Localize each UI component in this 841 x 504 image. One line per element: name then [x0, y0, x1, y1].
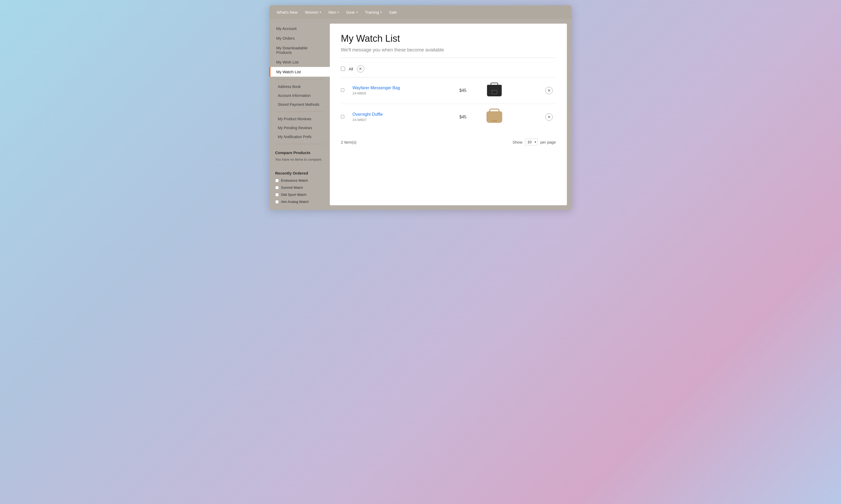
recently-item-0: Endurance Watch: [269, 177, 330, 184]
main-area: My Account My Orders My Downloadable Pro…: [269, 19, 572, 210]
duffle-bag-icon: [486, 111, 502, 123]
per-page-wrapper: 5 10 15 20 25: [525, 139, 538, 145]
browser-window: What's New Women ▾ Men ▾ Gear ▾ Training…: [269, 5, 572, 210]
messenger-bag-icon: [487, 85, 502, 96]
per-page-select[interactable]: 5 10 15 20 25: [525, 139, 538, 145]
nav-item-gear[interactable]: Gear ▾: [346, 10, 357, 15]
recently-ordered-title: Recently Ordered: [269, 167, 330, 177]
sidebar: My Account My Orders My Downloadable Pro…: [269, 19, 330, 210]
sidebar-item-my-account[interactable]: My Account: [269, 24, 330, 33]
nav-item-whats-new[interactable]: What's New: [277, 10, 298, 15]
nav-item-women[interactable]: Women ▾: [305, 10, 321, 15]
nav-item-training[interactable]: Training ▾: [365, 10, 382, 15]
nav-item-men[interactable]: Men ▾: [328, 10, 339, 15]
recently-item-2: Didi Sport Watch: [269, 191, 330, 198]
product-sku-0: 24-MB05: [353, 91, 366, 95]
recently-item-2-checkbox[interactable]: [275, 193, 279, 197]
product-image-0: [486, 82, 503, 99]
pagination-controls: Show 5 10 15 20 25 per page: [513, 139, 556, 145]
recently-ordered-section: Recently Ordered Endurance Watch Summit …: [269, 167, 330, 205]
chevron-down-icon: ▾: [320, 11, 321, 14]
page-subtitle: We'll message you when these become avai…: [341, 47, 556, 58]
product-link-0[interactable]: Wayfarer Messenger Bag: [353, 86, 453, 90]
remove-all-button[interactable]: ✕: [357, 65, 364, 72]
sidebar-item-my-downloadable-products[interactable]: My Downloadable Products: [269, 43, 330, 57]
row-0-checkbox[interactable]: [341, 88, 344, 92]
remove-item-0-button[interactable]: ✕: [545, 87, 553, 94]
product-link-1[interactable]: Overnight Duffle: [353, 112, 453, 117]
select-all-label: All: [349, 67, 353, 71]
content-panel: My Watch List We'll message you when the…: [330, 24, 567, 205]
select-all-checkbox[interactable]: [341, 67, 345, 71]
sidebar-item-my-watch-list[interactable]: My Watch List: [269, 67, 330, 77]
sidebar-item-account-information[interactable]: Account Information: [269, 91, 330, 100]
recently-item-3: Aim Analog Watch: [269, 198, 330, 205]
list-controls: All ✕: [341, 65, 556, 72]
list-footer: 2 Item(s) Show 5 10 15 20 25 per page: [341, 137, 556, 145]
compare-products-section: Compare Products You have no items to co…: [269, 144, 330, 165]
show-label: Show: [513, 140, 522, 144]
page-title: My Watch List: [341, 33, 556, 44]
product-sku-1: 24-WB07: [353, 118, 367, 122]
sidebar-item-address-book[interactable]: Address Book: [269, 82, 330, 91]
sidebar-item-notification-prefs[interactable]: My Notification Prefs: [269, 132, 330, 141]
nav-item-sale[interactable]: Sale: [389, 10, 397, 15]
recently-item-1-checkbox[interactable]: [275, 186, 279, 190]
chevron-down-icon: ▾: [380, 11, 382, 14]
remove-item-1-button[interactable]: ✕: [545, 113, 553, 121]
row-1-checkbox[interactable]: [341, 115, 344, 119]
table-row: Wayfarer Messenger Bag 24-MB05 $45: [341, 77, 556, 104]
recently-item-0-checkbox[interactable]: [275, 179, 279, 182]
compare-products-empty: You have no items to compare.: [269, 157, 330, 165]
sidebar-account-section: Address Book Account Information Stored …: [269, 79, 330, 141]
chevron-down-icon: ▾: [338, 11, 339, 14]
recently-item-1: Summit Watch: [269, 184, 330, 191]
sidebar-item-stored-payment[interactable]: Stored Payment Methods: [269, 100, 330, 109]
items-count: 2 Item(s): [341, 140, 356, 144]
chevron-down-icon: ▾: [356, 11, 358, 14]
sidebar-item-my-wish-list[interactable]: My Wish List: [269, 57, 330, 67]
sidebar-divider-2: [275, 111, 324, 112]
watch-list-table: Wayfarer Messenger Bag 24-MB05 $45: [341, 77, 556, 130]
product-image-1: [486, 109, 503, 125]
sidebar-item-my-orders[interactable]: My Orders: [269, 33, 330, 43]
recently-item-3-checkbox[interactable]: [275, 200, 279, 204]
sidebar-item-pending-reviews[interactable]: My Pending Reviews: [269, 123, 330, 132]
table-row: Overnight Duffle 24-WB07 $45 ✕: [341, 104, 556, 130]
compare-products-title: Compare Products: [269, 147, 330, 157]
top-nav: What's New Women ▾ Men ▾ Gear ▾ Training…: [269, 5, 572, 19]
product-price-1: $45: [459, 115, 466, 119]
sidebar-item-product-reviews[interactable]: My Product Reviews: [269, 114, 330, 123]
per-page-suffix: per page: [540, 140, 556, 144]
sidebar-divider: [275, 79, 324, 79]
product-price-0: $45: [459, 88, 466, 93]
